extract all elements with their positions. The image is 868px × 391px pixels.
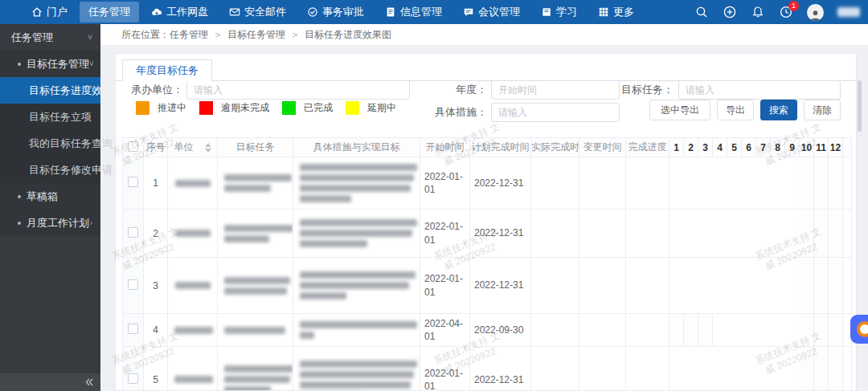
sidebar-item[interactable]: 目标任务管理˅ (0, 51, 100, 77)
gantt-filled-cell (698, 347, 713, 391)
month-column-header: 12 (829, 138, 843, 157)
breadcrumb-separator: ＞ (213, 29, 223, 40)
select-all-checkbox[interactable] (128, 141, 138, 152)
month-column-header: 8 (771, 138, 785, 157)
breadcrumb-prefix: 所在位置： (121, 28, 170, 42)
export-button[interactable]: 导出 (717, 100, 754, 120)
top-nav-item[interactable]: 任务管理 (80, 2, 139, 22)
unit-input[interactable] (186, 80, 410, 100)
gantt-filled-cell (742, 258, 756, 314)
sequence-cell: 2 (144, 210, 168, 258)
redacted-cell (218, 210, 293, 258)
breadcrumb-item: 目标任务进度效果图 (305, 29, 391, 40)
username-redacted[interactable] (837, 7, 860, 17)
legend-label: 推进中 (158, 101, 186, 115)
column-header[interactable]: 目标任务 (218, 138, 293, 157)
filler-cell (843, 258, 852, 314)
column-header[interactable]: 计划完成时间 (470, 138, 531, 157)
top-nav-item[interactable]: 更多 (589, 2, 643, 22)
change-time-cell (579, 258, 626, 314)
redacted-cell (168, 258, 218, 314)
sidebar-collapse-button[interactable] (0, 373, 100, 391)
row-checkbox[interactable] (128, 279, 138, 290)
year-input[interactable] (491, 80, 620, 100)
sidebar-item[interactable]: 任务管理˅ (0, 24, 100, 51)
column-header[interactable]: 实际完成时间 (531, 138, 579, 157)
gantt-filled-cell (771, 210, 785, 258)
gantt-filled-cell (727, 314, 742, 347)
sidebar-item[interactable]: 月度工作计划› (0, 210, 100, 236)
gantt-filled-cell (785, 258, 800, 314)
checkbox-cell (123, 314, 144, 347)
month-column-header: 5 (727, 138, 742, 157)
measure-input[interactable] (491, 103, 620, 122)
column-header[interactable]: 序号 (144, 138, 168, 157)
gantt-filled-cell (713, 210, 727, 258)
actual-end-date-cell (531, 347, 579, 391)
clear-button[interactable]: 清除 (804, 100, 841, 120)
row-checkbox[interactable] (128, 324, 138, 334)
sidebar-item-label: 目标任务管理 (27, 57, 89, 71)
redacted-cell (218, 258, 293, 314)
user-avatar[interactable] (807, 4, 824, 21)
sidebar-item[interactable]: 我的目标任务查询 (0, 130, 100, 157)
row-checkbox[interactable] (128, 177, 138, 187)
top-nav-item[interactable]: 学习 (532, 2, 586, 22)
gantt-filled-cell (713, 157, 727, 210)
column-header[interactable]: 开始时间 (420, 138, 470, 157)
row-checkbox[interactable] (128, 373, 138, 384)
gantt-filled-cell (727, 157, 742, 210)
legend-swatch (136, 101, 149, 115)
search-icon[interactable] (694, 5, 709, 19)
scrollbar-thumb[interactable] (858, 80, 862, 132)
redacted-cell (218, 347, 293, 391)
row-checkbox[interactable] (128, 227, 138, 238)
gantt-filled-cell (742, 210, 756, 258)
search-button[interactable]: 搜索 (760, 100, 797, 120)
top-right-tools: 1 (694, 0, 860, 24)
gantt-filled-cell (669, 157, 684, 210)
top-nav-item[interactable]: 会议管理 (454, 2, 529, 22)
start-date-cell: 2022-01-01 (420, 258, 470, 314)
floating-assistant-button[interactable] (850, 315, 868, 344)
sidebar-item[interactable]: 草稿箱 (0, 183, 100, 210)
add-circle-icon[interactable] (723, 5, 737, 19)
home-icon (31, 6, 43, 18)
top-nav-item[interactable]: 事务审批 (298, 2, 373, 22)
breadcrumb-item[interactable]: 任务管理 (170, 29, 208, 40)
export-selected-button[interactable]: 选中导出 (649, 100, 710, 120)
gantt-empty-cell (814, 157, 829, 210)
breadcrumb-item[interactable]: 目标任务管理 (227, 29, 285, 40)
sequence-cell: 1 (144, 157, 168, 210)
sort-icon[interactable] (205, 143, 211, 153)
top-nav-item[interactable]: 门户 (23, 2, 76, 22)
content-panel: 年度目标任务 承办单位： 年度： 目标任务： 推进中逾期未完成已完成延期中 具体… (115, 53, 857, 391)
breadcrumb-separator: ＞ (290, 29, 300, 40)
bell-icon[interactable] (751, 5, 765, 19)
column-header[interactable]: 变更时间 (579, 138, 626, 157)
change-time-cell (579, 314, 626, 347)
column-header[interactable]: 具体措施与实现目标 (293, 138, 420, 157)
progress-cell (626, 347, 669, 391)
gantt-filled-cell (756, 210, 771, 258)
sidebar-item[interactable]: 目标任务立项 (0, 104, 100, 130)
top-nav-item[interactable]: 工作网盘 (142, 2, 217, 22)
sidebar-item-label: 我的目标任务查询 (29, 136, 113, 151)
actual-end-date-cell (531, 314, 579, 347)
gantt-filled-cell (756, 314, 771, 347)
top-nav-item[interactable]: 信息管理 (376, 2, 451, 22)
top-nav-item[interactable]: 安全邮件 (220, 2, 295, 22)
sequence-cell: 5 (144, 347, 168, 391)
sidebar-item[interactable]: 目标任务进度效... (0, 77, 100, 104)
column-header[interactable]: 单位 (168, 138, 218, 157)
column-header[interactable]: 完成进度 (626, 138, 669, 157)
tab-annual-target-tasks[interactable]: 年度目标任务 (122, 59, 212, 82)
redacted-cell (168, 314, 218, 347)
gantt-filled-cell (742, 157, 756, 210)
clock-icon[interactable]: 1 (779, 5, 793, 19)
target-task-input[interactable] (678, 80, 841, 100)
top-navigation-bar: 门户任务管理工作网盘安全邮件事务审批信息管理会议管理学习更多 1 (0, 0, 868, 24)
filler-header (843, 138, 852, 157)
checkbox-cell (123, 157, 144, 210)
sidebar-item[interactable]: 目标任务修改申请 (0, 157, 100, 183)
